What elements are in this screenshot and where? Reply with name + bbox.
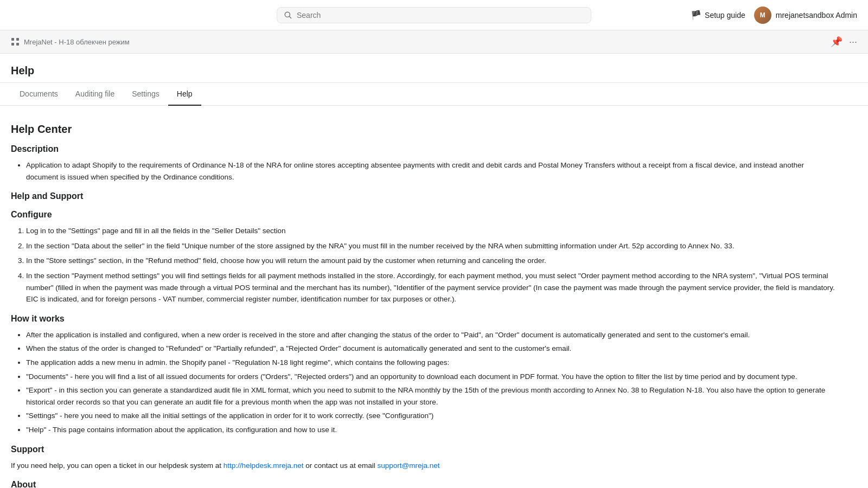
pin-icon[interactable]: 📌 bbox=[831, 36, 843, 48]
username-label: mrejanetsandbox Admin bbox=[776, 11, 857, 20]
page-title: Help bbox=[11, 65, 857, 77]
tab-documents[interactable]: Documents bbox=[11, 83, 67, 106]
setup-guide-button[interactable]: 🏴 Setup guide bbox=[691, 10, 745, 20]
tab-help[interactable]: Help bbox=[168, 83, 201, 106]
email-link[interactable]: support@mreja.net bbox=[377, 461, 439, 470]
support-text-before: If you need help, you can open a ticket … bbox=[11, 461, 224, 470]
topbar-right: 🏴 Setup guide M mrejanetsandbox Admin bbox=[646, 7, 857, 24]
how-item-7: "Help" - This page contains information … bbox=[26, 424, 835, 436]
configure-steps: Log in to the "Settings" page and fill i… bbox=[11, 225, 835, 305]
svg-line-1 bbox=[289, 16, 291, 18]
main-content: Help Center Description Application to a… bbox=[0, 106, 846, 488]
how-item-5: "Export" - in this section you can gener… bbox=[26, 384, 835, 408]
about-title: About bbox=[11, 480, 835, 488]
how-item-6: "Settings" - here you need to make all t… bbox=[26, 410, 835, 422]
more-options-icon[interactable]: ··· bbox=[849, 36, 857, 48]
page-header: Help bbox=[0, 54, 868, 83]
search-input[interactable] bbox=[297, 11, 584, 20]
breadcrumb-actions: 📌 ··· bbox=[831, 36, 857, 48]
tabs-bar: Documents Auditing file Settings Help bbox=[0, 83, 868, 106]
help-center-title: Help Center bbox=[11, 123, 835, 136]
description-item: Application to adapt Shopify to the requ… bbox=[26, 159, 835, 183]
svg-rect-5 bbox=[16, 43, 19, 46]
search-icon bbox=[284, 11, 292, 20]
how-item-1: After the application is installed and c… bbox=[26, 329, 835, 341]
description-list: Application to adapt Shopify to the requ… bbox=[11, 159, 835, 183]
flag-icon: 🏴 bbox=[691, 10, 701, 20]
svg-rect-3 bbox=[16, 38, 19, 41]
support-title: Support bbox=[11, 445, 835, 454]
how-item-3: The application adds a new menu in admin… bbox=[26, 357, 835, 369]
configure-step-1: Log in to the "Settings" page and fill i… bbox=[26, 225, 835, 237]
helpdesk-link[interactable]: http://helpdesk.mreja.net bbox=[224, 461, 304, 470]
description-title: Description bbox=[11, 144, 835, 154]
svg-rect-2 bbox=[11, 38, 14, 41]
configure-step-2: In the section "Data about the seller" i… bbox=[26, 240, 835, 252]
topbar: 🏴 Setup guide M mrejanetsandbox Admin bbox=[0, 0, 868, 30]
search-box[interactable] bbox=[277, 7, 591, 23]
support-text: If you need help, you can open a ticket … bbox=[11, 460, 835, 472]
support-text-middle: or contact us at email bbox=[304, 461, 378, 470]
help-support-title: Help and Support bbox=[11, 191, 835, 201]
setup-guide-label: Setup guide bbox=[705, 11, 745, 20]
user-menu[interactable]: M mrejanetsandbox Admin bbox=[754, 7, 857, 24]
svg-rect-4 bbox=[11, 43, 14, 46]
topbar-center bbox=[222, 7, 646, 23]
how-item-4: "Documents" - here you will find a list … bbox=[26, 371, 835, 383]
breadcrumb-text: MrejaNet - Н-18 облекчен режим bbox=[24, 38, 130, 46]
breadcrumb-bar: MrejaNet - Н-18 облекчен режим 📌 ··· bbox=[0, 30, 868, 54]
configure-step-3: In the "Store settings" section, in the … bbox=[26, 255, 835, 267]
avatar: M bbox=[754, 7, 771, 24]
tab-settings[interactable]: Settings bbox=[123, 83, 168, 106]
how-item-2: When the status of the order is changed … bbox=[26, 343, 835, 355]
configure-title: Configure bbox=[11, 210, 835, 220]
how-it-works-list: After the application is installed and c… bbox=[11, 329, 835, 436]
how-it-works-title: How it works bbox=[11, 314, 835, 324]
configure-step-4: In the section "Payment method settings"… bbox=[26, 270, 835, 305]
tab-auditing-file[interactable]: Auditing file bbox=[67, 83, 123, 106]
grid-icon bbox=[11, 37, 20, 46]
